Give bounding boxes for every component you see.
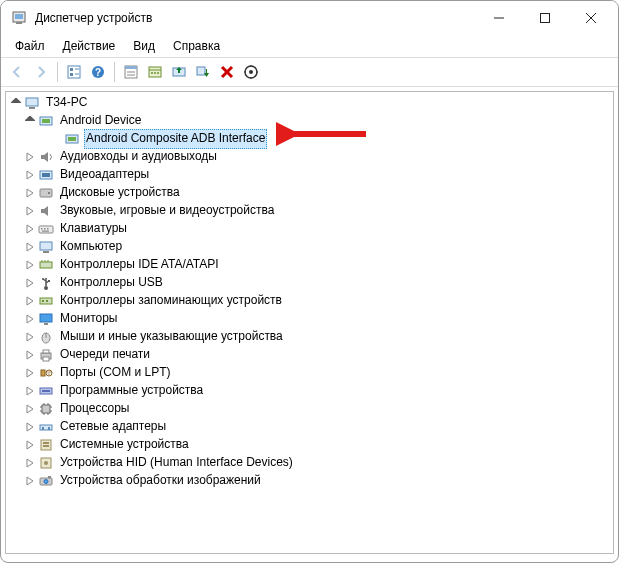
- tree-category-row[interactable]: Системные устройства: [10, 436, 613, 454]
- expander-closed-icon[interactable]: [24, 241, 36, 253]
- tree-category-label: Порты (COM и LPT): [58, 364, 173, 381]
- expander-closed-icon[interactable]: [24, 421, 36, 433]
- tree-category-row[interactable]: Устройства обработки изображений: [10, 472, 613, 490]
- expander-closed-icon[interactable]: [24, 385, 36, 397]
- menu-file[interactable]: Файл: [7, 37, 53, 55]
- properties-button[interactable]: [143, 60, 167, 84]
- expander-closed-icon[interactable]: [24, 313, 36, 325]
- android-icon: [38, 113, 54, 129]
- expander-open-icon[interactable]: [24, 115, 36, 127]
- tree-category-row[interactable]: Очереди печати: [10, 346, 613, 364]
- tree-category-row[interactable]: Процессоры: [10, 400, 613, 418]
- svg-point-20: [151, 72, 153, 74]
- svg-rect-45: [41, 228, 43, 230]
- expander-closed-icon[interactable]: [24, 259, 36, 271]
- details-button[interactable]: [119, 60, 143, 84]
- svg-text:?: ?: [95, 67, 101, 78]
- tree-category-android[interactable]: Android Device: [10, 112, 613, 130]
- audio-icon: [38, 149, 54, 165]
- menu-view[interactable]: Вид: [125, 37, 163, 55]
- close-button[interactable]: [568, 3, 614, 33]
- toolbar-separator: [57, 62, 58, 82]
- tree-category-row[interactable]: Контроллеры запоминающих устройств: [10, 292, 613, 310]
- svg-rect-60: [42, 300, 44, 302]
- svg-point-55: [44, 286, 48, 290]
- window-title: Диспетчер устройств: [35, 11, 476, 25]
- svg-rect-49: [40, 242, 52, 250]
- expander-closed-icon[interactable]: [24, 349, 36, 361]
- processor-icon: [38, 401, 54, 417]
- adb-device-icon: [64, 131, 80, 147]
- usb-icon: [38, 275, 54, 291]
- show-root-button[interactable]: [62, 60, 86, 84]
- tree-category-label: Android Device: [58, 112, 143, 129]
- expander-closed-icon[interactable]: [24, 169, 36, 181]
- tree-device-adb[interactable]: Android Composite ADB Interface: [10, 130, 613, 148]
- tree-category-row[interactable]: Дисковые устройства: [10, 184, 613, 202]
- svg-rect-68: [43, 357, 49, 361]
- minimize-button[interactable]: [476, 3, 522, 33]
- window-controls: [476, 3, 614, 33]
- expander-closed-icon[interactable]: [24, 403, 36, 415]
- tree-category-row[interactable]: Мыши и иные указывающие устройства: [10, 328, 613, 346]
- svg-rect-24: [197, 67, 205, 75]
- tree-category-row[interactable]: Компьютер: [10, 238, 613, 256]
- help-button[interactable]: ?: [86, 60, 110, 84]
- tree-category-row[interactable]: Порты (COM и LPT): [10, 364, 613, 382]
- expander-closed-icon[interactable]: [24, 439, 36, 451]
- tree-category-label: Процессоры: [58, 400, 132, 417]
- menu-help[interactable]: Справка: [165, 37, 228, 55]
- device-tree[interactable]: T34-PC Android Device Android Composite …: [6, 92, 613, 492]
- tree-category-row[interactable]: Сетевые адаптеры: [10, 418, 613, 436]
- expander-closed-icon[interactable]: [24, 295, 36, 307]
- svg-rect-8: [70, 68, 73, 71]
- sound-device-icon: [38, 203, 54, 219]
- hid-device-icon: [38, 455, 54, 471]
- expander-closed-icon[interactable]: [24, 187, 36, 199]
- svg-rect-95: [48, 476, 51, 478]
- tree-category-row[interactable]: Устройства HID (Human Interface Devices): [10, 454, 613, 472]
- port-icon: [38, 365, 54, 381]
- system-device-icon: [38, 437, 54, 453]
- tree-category-row[interactable]: Контроллеры IDE ATA/ATAPI: [10, 256, 613, 274]
- keyboard-icon: [38, 221, 54, 237]
- expander-closed-icon[interactable]: [24, 457, 36, 469]
- svg-rect-85: [40, 425, 52, 430]
- tree-category-row[interactable]: Аудиовходы и аудиовыходы: [10, 148, 613, 166]
- svg-rect-67: [43, 350, 49, 353]
- expander-open-icon[interactable]: [10, 97, 22, 109]
- tree-root-row[interactable]: T34-PC: [10, 94, 613, 112]
- tree-category-row[interactable]: Клавиатуры: [10, 220, 613, 238]
- expander-closed-icon[interactable]: [24, 277, 36, 289]
- expander-closed-icon[interactable]: [24, 367, 36, 379]
- tree-category-row[interactable]: Видеоадаптеры: [10, 166, 613, 184]
- network-adapter-icon: [38, 419, 54, 435]
- maximize-button[interactable]: [522, 3, 568, 33]
- tree-category-label: Очереди печати: [58, 346, 152, 363]
- expander-closed-icon[interactable]: [24, 331, 36, 343]
- scan-hardware-button[interactable]: [239, 60, 263, 84]
- forward-button[interactable]: [29, 60, 53, 84]
- expander-closed-icon[interactable]: [24, 205, 36, 217]
- computer-icon: [38, 239, 54, 255]
- expander-closed-icon[interactable]: [24, 475, 36, 487]
- expander-closed-icon[interactable]: [24, 151, 36, 163]
- svg-rect-2: [16, 22, 22, 24]
- svg-rect-41: [42, 173, 50, 177]
- menu-action[interactable]: Действие: [55, 37, 124, 55]
- toolbar: ?: [1, 57, 618, 87]
- tree-category-row[interactable]: Мониторы: [10, 310, 613, 328]
- expander-closed-icon[interactable]: [24, 223, 36, 235]
- tree-category-row[interactable]: Контроллеры USB: [10, 274, 613, 292]
- update-driver-button[interactable]: [167, 60, 191, 84]
- tree-category-row[interactable]: Звуковые, игровые и видеоустройства: [10, 202, 613, 220]
- tree-root-label: T34-PC: [44, 94, 89, 111]
- ide-controller-icon: [38, 257, 54, 273]
- uninstall-button[interactable]: [215, 60, 239, 84]
- tree-category-row[interactable]: Программные устройства: [10, 382, 613, 400]
- disable-button[interactable]: [191, 60, 215, 84]
- tree-category-label: Устройства обработки изображений: [58, 472, 263, 489]
- svg-point-72: [49, 371, 50, 372]
- back-button[interactable]: [5, 60, 29, 84]
- tree-category-label: Контроллеры USB: [58, 274, 165, 291]
